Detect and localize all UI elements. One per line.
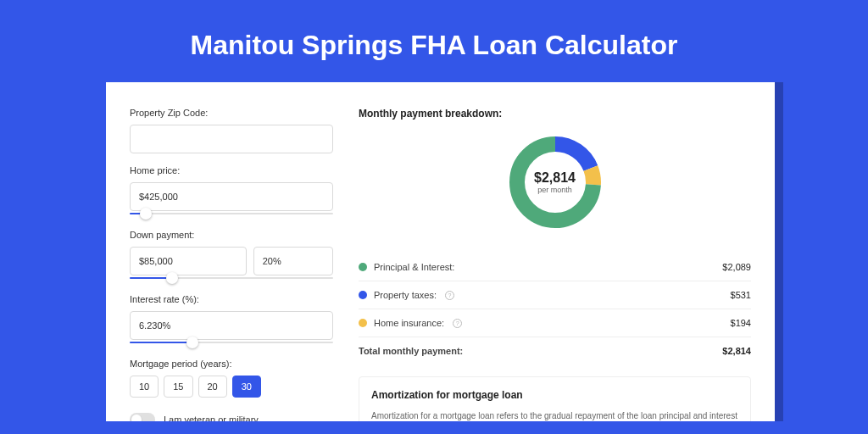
mortgage-period-options: 10152030 <box>130 376 333 398</box>
total-row: Total monthly payment: $2,814 <box>359 341 751 361</box>
legend-value: $531 <box>731 290 751 300</box>
legend-label: Property taxes: <box>374 290 437 300</box>
zip-group: Property Zip Code: <box>130 108 333 153</box>
interest-rate-input[interactable] <box>130 311 333 340</box>
mortgage-period-group: Mortgage period (years): 10152030 <box>130 359 333 398</box>
slider-thumb[interactable] <box>140 208 152 220</box>
info-icon[interactable]: ? <box>453 319 462 328</box>
amortization-card: Amortization for mortgage loan Amortizat… <box>359 376 751 421</box>
veteran-label: I am veteran or military <box>164 415 259 421</box>
home-price-label: Home price: <box>130 165 333 175</box>
legend-list: Principal & Interest:$2,089Property taxe… <box>359 257 751 333</box>
home-price-slider[interactable] <box>130 209 333 218</box>
legend-label: Home insurance: <box>374 318 444 328</box>
slider-thumb[interactable] <box>166 272 178 284</box>
mortgage-period-option-10[interactable]: 10 <box>130 376 159 398</box>
interest-rate-group: Interest rate (%): <box>130 294 333 347</box>
divider <box>359 309 751 309</box>
mortgage-period-option-20[interactable]: 20 <box>198 376 227 398</box>
veteran-toggle[interactable] <box>130 413 155 421</box>
interest-rate-slider[interactable] <box>130 338 333 347</box>
calculator-panel: Property Zip Code: Home price: Down paym… <box>106 82 775 421</box>
donut-center: $2,814 per month <box>504 131 606 233</box>
mortgage-period-label: Mortgage period (years): <box>130 359 333 369</box>
info-icon[interactable]: ? <box>445 291 454 300</box>
amortization-text: Amortization for a mortgage loan refers … <box>371 409 738 421</box>
home-price-input[interactable] <box>130 182 333 211</box>
donut-chart: $2,814 per month <box>504 131 606 233</box>
legend-row: Home insurance:?$194 <box>359 313 751 333</box>
home-price-group: Home price: <box>130 165 333 218</box>
down-payment-slider[interactable] <box>130 274 333 282</box>
total-label: Total monthly payment: <box>359 346 463 356</box>
donut-amount: $2,814 <box>534 170 576 186</box>
down-payment-percent-input[interactable] <box>253 247 333 275</box>
divider <box>359 337 751 337</box>
total-value: $2,814 <box>722 346 751 356</box>
divider <box>359 281 751 281</box>
page-title: Manitou Springs FHA Loan Calculator <box>0 0 868 82</box>
down-payment-label: Down payment: <box>130 230 333 240</box>
zip-input[interactable] <box>130 125 333 153</box>
veteran-row: I am veteran or military <box>130 413 333 421</box>
zip-label: Property Zip Code: <box>130 108 333 118</box>
panel-shadow: Property Zip Code: Home price: Down paym… <box>106 82 783 421</box>
legend-row: Property taxes:?$531 <box>359 285 751 305</box>
legend-value: $2,089 <box>722 262 751 272</box>
interest-rate-label: Interest rate (%): <box>130 294 333 304</box>
amortization-title: Amortization for mortgage loan <box>371 389 738 401</box>
donut-chart-wrap: $2,814 per month <box>359 131 751 233</box>
down-payment-input[interactable] <box>130 247 247 275</box>
breakdown-title: Monthly payment breakdown: <box>359 108 751 120</box>
mortgage-period-option-15[interactable]: 15 <box>164 376 192 398</box>
form-column: Property Zip Code: Home price: Down paym… <box>130 108 333 396</box>
legend-label: Principal & Interest: <box>374 262 454 272</box>
legend-dot <box>359 291 367 299</box>
legend-row: Principal & Interest:$2,089 <box>359 257 751 277</box>
results-column: Monthly payment breakdown: $2,814 per mo… <box>359 108 751 396</box>
mortgage-period-option-30[interactable]: 30 <box>232 376 261 398</box>
legend-dot <box>359 319 367 327</box>
donut-sub: per month <box>537 186 572 194</box>
slider-thumb[interactable] <box>186 337 198 348</box>
down-payment-group: Down payment: <box>130 230 333 282</box>
legend-dot <box>359 263 367 271</box>
legend-value: $194 <box>731 318 751 328</box>
